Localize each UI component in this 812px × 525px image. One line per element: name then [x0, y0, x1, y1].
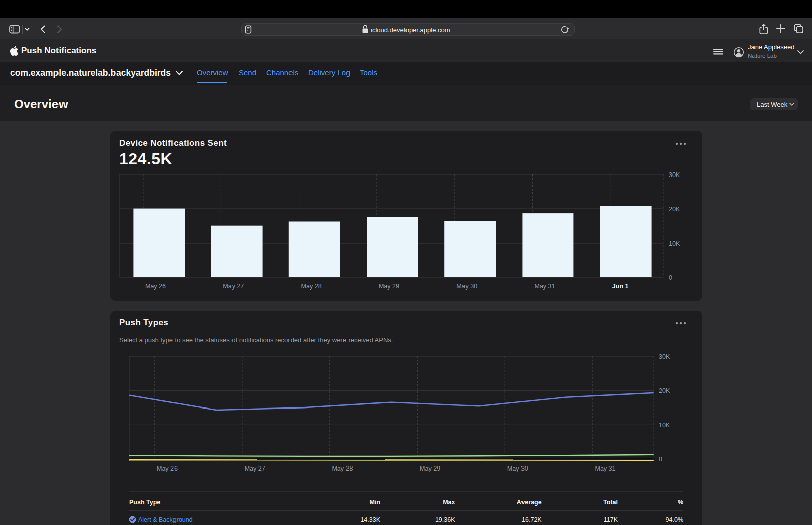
- svg-text:May 29: May 29: [420, 465, 440, 472]
- svg-text:Max: Max: [443, 499, 455, 506]
- svg-text:May 28: May 28: [332, 465, 353, 472]
- svg-text:10K: 10K: [659, 422, 670, 429]
- svg-text:Average: Average: [517, 499, 542, 506]
- svg-text:%: %: [678, 499, 683, 506]
- svg-text:117K: 117K: [604, 516, 618, 523]
- svg-text:May 27: May 27: [223, 283, 244, 290]
- svg-text:May 30: May 30: [456, 283, 477, 290]
- svg-text:May 31: May 31: [595, 465, 616, 472]
- svg-text:May 26: May 26: [145, 283, 166, 290]
- svg-text:19.36K: 19.36K: [435, 516, 455, 523]
- svg-text:14.33K: 14.33K: [360, 516, 380, 523]
- svg-text:May 28: May 28: [301, 283, 322, 290]
- svg-text:0: 0: [659, 456, 662, 463]
- svg-text:20K: 20K: [659, 387, 670, 394]
- svg-text:May 29: May 29: [379, 283, 399, 290]
- svg-text:10K: 10K: [669, 240, 680, 247]
- svg-text:Push Type: Push Type: [129, 499, 160, 506]
- svg-text:30K: 30K: [669, 171, 680, 179]
- svg-text:Alert & Background: Alert & Background: [138, 516, 193, 523]
- svg-text:30K: 30K: [659, 353, 670, 360]
- svg-text:May 26: May 26: [157, 465, 178, 472]
- svg-text:May 30: May 30: [507, 465, 528, 472]
- svg-text:May 31: May 31: [535, 283, 555, 290]
- svg-text:20K: 20K: [669, 206, 680, 213]
- svg-text:94.0%: 94.0%: [666, 516, 683, 523]
- svg-text:Jun 1: Jun 1: [612, 283, 629, 290]
- svg-text:Total: Total: [603, 499, 618, 506]
- svg-text:0: 0: [669, 274, 672, 281]
- svg-text:16.72K: 16.72K: [521, 516, 542, 523]
- svg-text:Min: Min: [369, 499, 380, 506]
- svg-text:May 27: May 27: [245, 465, 265, 472]
